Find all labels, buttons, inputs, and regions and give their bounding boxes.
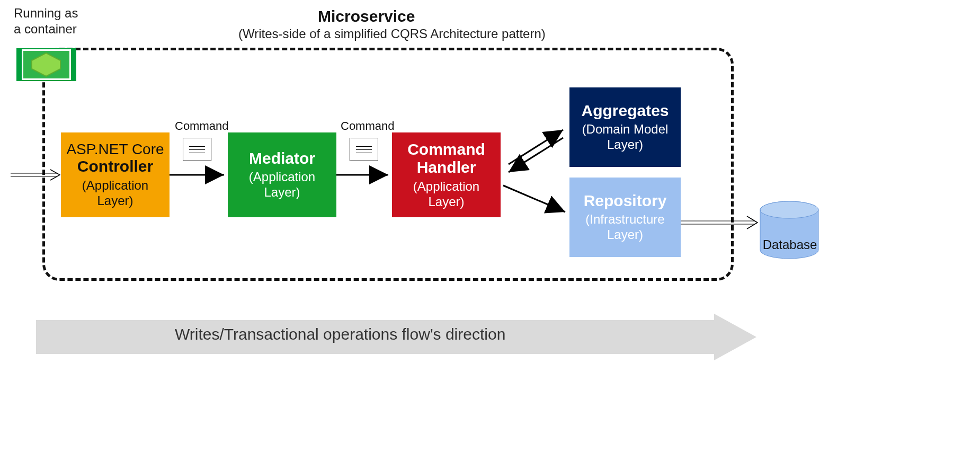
aggregates-box: Aggregates (Domain Model Layer): [569, 87, 681, 167]
container-label: Running as a container: [14, 5, 78, 37]
mediator-sub: (Application Layer): [233, 170, 331, 200]
repository-sub: (Infrastructure Layer): [575, 212, 675, 243]
aggregates-sub: (Domain Model Layer): [575, 122, 675, 153]
command-icon-2: [350, 138, 378, 161]
handler-title: Command Handler: [397, 140, 495, 177]
repository-box: Repository (Infrastructure Layer): [569, 178, 681, 257]
mediator-title: Mediator: [249, 149, 315, 168]
microservice-subtitle: (Writes-side of a simplified CQRS Archit…: [238, 26, 546, 41]
handler-sub: (Application Layer): [397, 179, 495, 210]
aggregates-title: Aggregates: [581, 102, 669, 120]
svg-point-15: [760, 201, 818, 218]
container-label-line1: Running as: [14, 6, 78, 20]
controller-title: Controller: [77, 157, 153, 176]
flow-direction-label: Writes/Transactional operations flow's d…: [175, 325, 505, 343]
handler-box: Command Handler (Application Layer): [392, 132, 501, 217]
controller-line1: ASP.NET Core: [66, 141, 164, 158]
container-icon: [16, 48, 77, 82]
svg-rect-2: [71, 49, 76, 81]
database-label: Database: [761, 237, 819, 252]
svg-rect-1: [17, 49, 22, 81]
container-label-line2: a container: [14, 22, 77, 36]
command-label-1: Command: [175, 119, 228, 133]
repository-title: Repository: [584, 192, 667, 210]
microservice-title: Microservice: [318, 7, 415, 25]
mediator-box: Mediator (Application Layer): [228, 132, 336, 217]
controller-box: ASP.NET Core Controller (Application Lay…: [61, 132, 170, 217]
controller-sub: (Application Layer): [66, 178, 164, 209]
command-icon-1: [183, 138, 211, 161]
command-label-2: Command: [341, 119, 394, 133]
